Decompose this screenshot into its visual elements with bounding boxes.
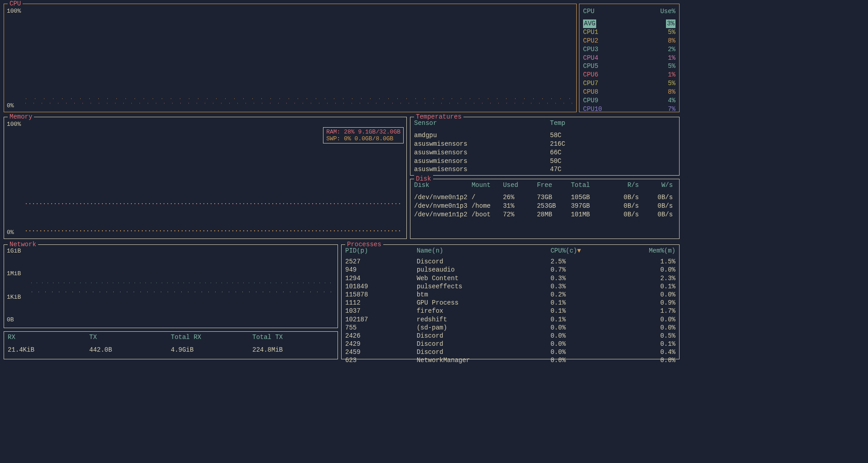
disk-title: Disk	[414, 175, 433, 182]
disk-header-col: Mount	[472, 181, 503, 190]
process-row[interactable]: 949pulseaudio0.7%0.0%	[345, 266, 675, 274]
sort-down-icon: ▼	[577, 247, 581, 254]
disk-header-col: Used	[503, 181, 537, 190]
netstats-header: RX	[8, 334, 89, 341]
process-row[interactable]: 102187redshift0.1%0.0%	[345, 315, 675, 324]
net-y-3: 0B	[7, 316, 14, 323]
mem-y-top: 100%	[7, 121, 21, 128]
cpu-row: CPU28%	[583, 37, 675, 45]
processes-panel[interactable]: Processes PID(p) Name(n) CPU%(c)▼ Mem%(m…	[341, 244, 680, 359]
swp-line: SWP: 0% 0.0GB/8.0GB	[326, 135, 400, 142]
disk-row: /dev/nvme0n1p3/home31%253GB397GB0B/s0B/s	[414, 202, 675, 210]
proc-header-cpu[interactable]: CPU%(c)▼	[550, 247, 631, 255]
netstats-header: Total TX	[252, 334, 334, 341]
net-y-0: 1GiB	[7, 248, 21, 254]
cpu-row: CPU32%	[583, 45, 675, 54]
cpu-row: CPU94%	[583, 96, 675, 105]
network-graph-area	[30, 280, 334, 298]
mem-y-bot: 0%	[7, 229, 14, 236]
temp-row: amdgpu58C	[414, 131, 675, 140]
temp-row: asuswmisensors47C	[414, 165, 675, 174]
cpu-row: CPU61%	[583, 71, 675, 79]
netstats-header: Total RX	[171, 334, 252, 341]
cpu-row: AVG3%	[583, 19, 675, 28]
temps-title: Temperatures	[414, 113, 463, 120]
processes-title: Processes	[345, 241, 383, 248]
memory-legend: RAM: 28% 9.1GB/32.0GB SWP: 0% 0.0GB/8.0G…	[323, 127, 404, 143]
net-y-1: 1MiB	[7, 270, 21, 277]
netstats-value: 224.8MiB	[252, 346, 334, 353]
cpu-row: CPU107%	[583, 105, 675, 114]
disk-row: /dev/nvme1n1p2/boot72%28MB101MB0B/s0B/s	[414, 210, 675, 219]
temps-header-temp: Temp	[550, 119, 565, 128]
disk-panel[interactable]: Disk DiskMountUsedFreeTotalR/sW/s /dev/n…	[410, 179, 680, 239]
cpu-row: CPU15%	[583, 28, 675, 37]
network-title: Network	[8, 241, 38, 248]
cpu-y-top: 100%	[7, 8, 21, 14]
process-row[interactable]: 115878btm0.2%0.0%	[345, 291, 675, 299]
cpu-graph-panel[interactable]: CPU 100% 0%	[4, 4, 577, 112]
process-row[interactable]: 623NetworkManager0.0%0.0%	[345, 356, 675, 364]
memory-panel[interactable]: Memory 100% 0% RAM: 28% 9.1GB/32.0GB SWP…	[4, 117, 407, 239]
netstats-value: 442.0B	[89, 346, 171, 353]
network-stats-panel[interactable]: RXTXTotal RXTotal TX 21.4KiB442.0B4.9GiB…	[4, 331, 338, 359]
cpu-panel-title: CPU	[8, 0, 23, 7]
disk-row: /dev/nvme0n1p2/26%73GB105GB0B/s0B/s	[414, 193, 675, 202]
proc-header-name[interactable]: Name(n)	[417, 247, 551, 255]
process-row[interactable]: 101849pulseeffects0.3%0.1%	[345, 282, 675, 291]
cpu-header-use: Use%	[660, 8, 675, 15]
proc-header-mem[interactable]: Mem%(m)	[631, 247, 676, 255]
cpu-graph-area	[24, 95, 573, 108]
process-row[interactable]: 755(sd-pam)0.0%0.0%	[345, 324, 675, 332]
disk-header-col: R/s	[605, 181, 639, 190]
cpu-row: CPU75%	[583, 79, 675, 88]
cpu-header-name: CPU	[583, 8, 594, 15]
cpu-row: CPU88%	[583, 88, 675, 96]
memory-title: Memory	[8, 113, 34, 120]
ram-graph-line	[26, 203, 403, 204]
disk-header-col: Total	[571, 181, 605, 190]
disk-header-col: Free	[537, 181, 571, 190]
cpu-row: CPU41%	[583, 54, 675, 62]
disk-header-col: W/s	[639, 181, 673, 190]
temp-row: asuswmisensors50C	[414, 157, 675, 166]
temp-row: asuswmisensors66C	[414, 148, 675, 157]
process-row[interactable]: 1037firefox0.1%1.7%	[345, 307, 675, 315]
netstats-header: TX	[89, 334, 171, 341]
temperatures-panel[interactable]: Temperatures Sensor Temp amdgpu58Casuswm…	[410, 117, 680, 176]
network-panel[interactable]: Network 1GiB 1MiB 1KiB 0B	[4, 244, 338, 328]
process-row[interactable]: 2429Discord0.0%0.1%	[345, 340, 675, 348]
process-row[interactable]: 2426Discord0.0%0.5%	[345, 332, 675, 340]
netstats-value: 21.4KiB	[8, 346, 89, 353]
netstats-value: 4.9GiB	[171, 346, 252, 353]
process-row[interactable]: 2459Discord0.0%0.4%	[345, 348, 675, 356]
temp-row: asuswmisensors216C	[414, 140, 675, 148]
cpu-list-panel[interactable]: CPU Use% AVG3%CPU15%CPU28%CPU32%CPU41%CP…	[579, 4, 680, 112]
process-row[interactable]: 1112GPU Process0.1%0.9%	[345, 299, 675, 307]
cpu-y-bot: 0%	[7, 102, 14, 109]
swp-graph-line	[26, 230, 403, 231]
ram-line: RAM: 28% 9.1GB/32.0GB	[326, 129, 400, 135]
process-row[interactable]: 2527Discord2.5%1.5%	[345, 258, 675, 266]
net-y-2: 1KiB	[7, 294, 21, 301]
process-row[interactable]: 1294Web Content0.3%2.3%	[345, 274, 675, 282]
cpu-row: CPU55%	[583, 62, 675, 71]
